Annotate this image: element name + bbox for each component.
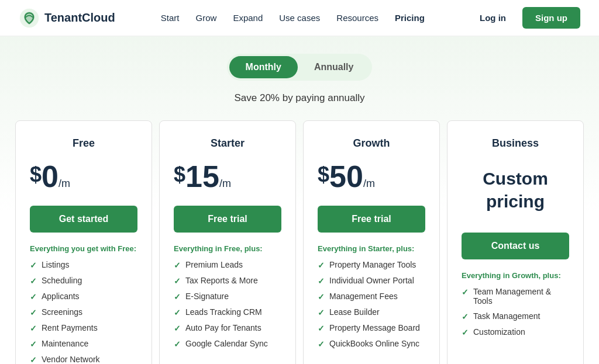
check-icon: ✓ bbox=[30, 292, 37, 301]
plan-free-number: 0 bbox=[42, 160, 58, 193]
plan-business-features: ✓Team Management & Tools ✓Task Managemen… bbox=[462, 287, 569, 337]
plan-starter: Starter $15/m Free trial Everything in F… bbox=[159, 120, 296, 364]
feature-text: E-Signature bbox=[185, 292, 229, 301]
list-item: ✓Premium Leads bbox=[174, 260, 281, 270]
check-icon: ✓ bbox=[30, 276, 37, 286]
annually-toggle[interactable]: Annually bbox=[298, 56, 370, 78]
plan-free-title: Free bbox=[30, 137, 137, 150]
feature-text: Lease Builder bbox=[329, 307, 380, 317]
plan-starter-price: $15/m bbox=[174, 161, 281, 192]
feature-text: Tax Reports & More bbox=[185, 276, 258, 285]
feature-text: Property Message Board bbox=[329, 323, 420, 332]
billing-toggle-container: Monthly Annually bbox=[12, 54, 587, 81]
list-item: ✓Individual Owner Portal bbox=[318, 276, 425, 286]
plan-starter-period: /m bbox=[219, 178, 231, 189]
header-actions: Log in Sign up bbox=[470, 7, 580, 29]
check-icon: ✓ bbox=[30, 339, 37, 349]
feature-text: Google Calendar Sync bbox=[185, 339, 268, 348]
plan-starter-title: Starter bbox=[174, 137, 281, 150]
list-item: ✓Task Management bbox=[462, 311, 569, 321]
plan-growth-cta[interactable]: Free trial bbox=[318, 206, 425, 233]
plan-growth: Growth $50/m Free trial Everything in St… bbox=[303, 120, 440, 364]
list-item: ✓Lease Builder bbox=[318, 307, 425, 317]
check-icon: ✓ bbox=[30, 261, 37, 270]
plan-free-cta[interactable]: Get started bbox=[30, 206, 137, 233]
plan-free-features-label: Everything you get with Free: bbox=[30, 244, 137, 253]
feature-text: Team Management & Tools bbox=[473, 287, 569, 306]
check-icon: ✓ bbox=[318, 324, 325, 333]
nav-use-cases[interactable]: Use cases bbox=[279, 13, 320, 23]
nav-expand[interactable]: Expand bbox=[233, 13, 263, 23]
plan-free-price: $0/m bbox=[30, 161, 137, 192]
plan-business-price: Custom pricing bbox=[462, 161, 569, 219]
plan-business: Business Custom pricing Contact us Every… bbox=[447, 120, 584, 364]
logo-text: TenantCloud bbox=[44, 11, 115, 25]
check-icon: ✓ bbox=[30, 308, 37, 317]
monthly-toggle[interactable]: Monthly bbox=[229, 56, 298, 78]
nav-grow[interactable]: Grow bbox=[196, 13, 217, 23]
feature-text: Applicants bbox=[42, 292, 80, 301]
feature-text: Management Fees bbox=[329, 292, 398, 301]
nav-resources[interactable]: Resources bbox=[336, 13, 378, 23]
list-item: ✓Property Manager Tools bbox=[318, 260, 425, 270]
plan-starter-number: 15 bbox=[185, 160, 219, 193]
check-icon: ✓ bbox=[174, 276, 181, 286]
list-item: ✓Property Message Board bbox=[318, 323, 425, 333]
check-icon: ✓ bbox=[174, 324, 181, 333]
feature-text: Vendor Network bbox=[42, 355, 100, 364]
plan-business-cta[interactable]: Contact us bbox=[462, 233, 569, 259]
plan-business-title: Business bbox=[462, 137, 569, 150]
list-item: ✓Management Fees bbox=[318, 292, 425, 301]
check-icon: ✓ bbox=[462, 312, 469, 321]
list-item: ✓Google Calendar Sync bbox=[174, 339, 281, 349]
nav-start[interactable]: Start bbox=[161, 13, 180, 23]
signup-button[interactable]: Sign up bbox=[522, 7, 580, 29]
plan-free-dollar: $ bbox=[30, 162, 42, 186]
list-item: ✓E-Signature bbox=[174, 292, 281, 301]
check-icon: ✓ bbox=[318, 308, 325, 317]
pricing-section: Monthly Annually Save 20% by paying annu… bbox=[0, 36, 599, 364]
feature-text: Scheduling bbox=[42, 276, 82, 285]
plan-starter-features-label: Everything in Free, plus: bbox=[174, 244, 281, 253]
feature-text: Screenings bbox=[42, 307, 82, 317]
list-item: ✓Leads Tracking CRM bbox=[174, 307, 281, 317]
feature-text: Property Manager Tools bbox=[329, 260, 416, 269]
list-item: ✓QuickBooks Online Sync bbox=[318, 339, 425, 349]
feature-text: QuickBooks Online Sync bbox=[329, 339, 419, 348]
plan-free: Free $0/m Get started Everything you get… bbox=[15, 120, 152, 364]
list-item: ✓Screenings bbox=[30, 307, 137, 317]
check-icon: ✓ bbox=[318, 292, 325, 301]
plan-starter-features: ✓Premium Leads ✓Tax Reports & More ✓E-Si… bbox=[174, 260, 281, 349]
check-icon: ✓ bbox=[174, 261, 181, 270]
feature-text: Rent Payments bbox=[42, 323, 98, 332]
logo[interactable]: TenantCloud bbox=[19, 8, 115, 29]
plan-starter-cta[interactable]: Free trial bbox=[174, 206, 281, 233]
feature-text: Individual Owner Portal bbox=[329, 276, 414, 285]
list-item: ✓Scheduling bbox=[30, 276, 137, 286]
plan-growth-title: Growth bbox=[318, 137, 425, 150]
feature-text: Premium Leads bbox=[185, 260, 243, 269]
check-icon: ✓ bbox=[462, 328, 469, 337]
check-icon: ✓ bbox=[174, 308, 181, 317]
feature-text: Auto Pay for Tenants bbox=[185, 323, 261, 332]
list-item: ✓Rent Payments bbox=[30, 323, 137, 333]
plan-free-period: /m bbox=[58, 178, 70, 189]
feature-text: Maintenance bbox=[42, 339, 88, 348]
plan-starter-dollar: $ bbox=[174, 162, 185, 186]
check-icon: ✓ bbox=[318, 276, 325, 286]
plan-business-features-label: Everything in Growth, plus: bbox=[462, 271, 569, 280]
plan-growth-price: $50/m bbox=[318, 161, 425, 192]
check-icon: ✓ bbox=[318, 261, 325, 270]
list-item: ✓Tax Reports & More bbox=[174, 276, 281, 286]
header: TenantCloud Start Grow Expand Use cases … bbox=[0, 0, 599, 36]
list-item: ✓Team Management & Tools bbox=[462, 287, 569, 306]
logo-icon bbox=[19, 8, 40, 29]
login-button[interactable]: Log in bbox=[470, 8, 515, 27]
pricing-cards: Free $0/m Get started Everything you get… bbox=[12, 120, 587, 364]
save-text: Save 20% by paying annually bbox=[12, 92, 587, 104]
plan-growth-dollar: $ bbox=[318, 162, 329, 186]
nav-pricing[interactable]: Pricing bbox=[395, 13, 425, 23]
feature-text: Task Management bbox=[473, 311, 540, 321]
list-item: ✓Vendor Network bbox=[30, 355, 137, 364]
main-nav: Start Grow Expand Use cases Resources Pr… bbox=[161, 13, 425, 23]
